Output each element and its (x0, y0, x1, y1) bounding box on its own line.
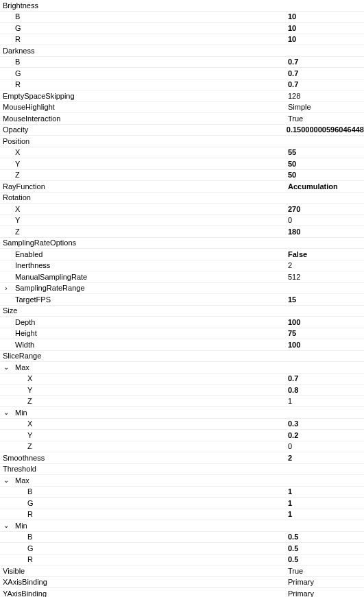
property-value[interactable]: 2 (288, 261, 364, 269)
property-row[interactable]: Smoothness2 (0, 452, 364, 464)
chevron-down-icon[interactable]: ⌄ (1, 476, 11, 484)
property-row[interactable]: Depth100 (0, 317, 364, 328)
property-row[interactable]: Size (0, 306, 364, 317)
property-row[interactable]: Y0.8 (0, 385, 364, 396)
chevron-down-icon[interactable]: ⌄ (1, 409, 11, 416)
property-label-cell: EmptySpaceSkipping (0, 92, 288, 100)
property-value[interactable]: 0.8 (288, 386, 364, 394)
property-value[interactable]: 10 (288, 24, 364, 32)
property-row[interactable]: Y0.2 (0, 430, 364, 441)
property-row[interactable]: Z180 (0, 226, 364, 238)
property-row[interactable]: Brightness (0, 0, 364, 12)
property-value[interactable]: Primary (288, 589, 364, 597)
property-value[interactable]: 100 (288, 318, 364, 326)
property-value[interactable]: 0.5 (288, 544, 364, 552)
property-value[interactable]: 50 (288, 160, 364, 168)
property-row[interactable]: ⌄Max (0, 475, 364, 487)
property-value[interactable]: Primary (288, 578, 364, 586)
property-row[interactable]: B1 (0, 487, 364, 498)
property-row[interactable]: R1 (0, 509, 364, 521)
property-row[interactable]: X55 (0, 147, 364, 159)
property-row[interactable]: Darkness (0, 45, 364, 57)
property-value[interactable]: 270 (288, 205, 364, 213)
property-value[interactable]: 0.15000000596046448 (287, 125, 364, 134)
property-value[interactable]: 1 (288, 510, 364, 518)
property-row[interactable]: G0.5 (0, 543, 364, 555)
property-row[interactable]: G1 (0, 498, 364, 509)
property-row[interactable]: Z0 (0, 441, 364, 453)
property-value[interactable]: 0.7 (288, 69, 364, 77)
property-value[interactable]: 55 (288, 148, 364, 156)
property-row[interactable]: B0.7 (0, 57, 364, 69)
property-value[interactable]: 10 (288, 35, 364, 43)
property-row[interactable]: EnabledFalse (0, 249, 364, 260)
property-value[interactable]: 0.5 (288, 533, 364, 541)
property-row[interactable]: ⌄Min (0, 407, 364, 419)
property-row[interactable]: R10 (0, 34, 364, 46)
property-value[interactable]: 0.3 (288, 419, 364, 428)
property-row[interactable]: G0.7 (0, 68, 364, 80)
property-row[interactable]: X270 (0, 204, 364, 215)
property-value[interactable]: 75 (288, 329, 364, 337)
property-value[interactable]: 1 (288, 487, 364, 496)
property-value[interactable]: 1 (288, 499, 364, 507)
property-row[interactable]: Y50 (0, 158, 364, 170)
property-value[interactable]: 512 (288, 273, 364, 281)
property-value[interactable]: 15 (288, 295, 364, 304)
property-row[interactable]: Rotation (0, 193, 364, 204)
property-row[interactable]: MouseHighlightSimple (0, 102, 364, 114)
property-value[interactable]: True (288, 114, 364, 123)
property-row[interactable]: MouseInteractionTrue (0, 113, 364, 125)
property-row[interactable]: X0.7 (0, 374, 364, 385)
property-row[interactable]: R0.7 (0, 80, 364, 91)
property-row[interactable]: ⌄Max (0, 362, 364, 374)
property-value[interactable]: 100 (288, 341, 364, 349)
property-value[interactable]: Accumulation (288, 182, 364, 191)
property-value[interactable]: 0.7 (288, 80, 364, 88)
property-value[interactable]: 128 (288, 92, 364, 100)
property-value[interactable]: 0.5 (288, 555, 364, 563)
property-row[interactable]: B0.5 (0, 532, 364, 544)
property-value[interactable]: False (288, 250, 364, 258)
property-value[interactable]: 50 (288, 171, 364, 179)
property-row[interactable]: Inerthness2 (0, 260, 364, 272)
property-row[interactable]: RayFunctionAccumulation (0, 181, 364, 193)
property-value[interactable]: Simple (288, 103, 364, 111)
property-value[interactable]: 180 (288, 228, 364, 236)
chevron-down-icon[interactable]: ⌄ (1, 522, 11, 529)
property-value[interactable]: 0 (288, 216, 364, 224)
property-row[interactable]: Z1 (0, 396, 364, 408)
property-row[interactable]: VisibleTrue (0, 565, 364, 577)
property-row[interactable]: B10 (0, 12, 364, 23)
property-value[interactable]: True (288, 567, 364, 575)
chevron-down-icon[interactable]: ⌄ (1, 363, 11, 371)
property-row[interactable]: YAxisBindingPrimary (0, 588, 364, 597)
property-value[interactable]: 0.7 (288, 58, 364, 66)
property-row[interactable]: XAxisBindingPrimary (0, 577, 364, 589)
property-row[interactable]: SliceRange (0, 351, 364, 363)
property-row[interactable]: Height75 (0, 328, 364, 340)
property-row[interactable]: TargetFPS15 (0, 294, 364, 306)
property-label: B (27, 533, 32, 541)
property-row[interactable]: EmptySpaceSkipping128 (0, 90, 364, 102)
property-row[interactable]: Width100 (0, 339, 364, 351)
property-value[interactable]: 0.7 (288, 374, 364, 382)
property-row[interactable]: Z50 (0, 170, 364, 182)
property-row[interactable]: SamplingRateOptions (0, 238, 364, 249)
property-row[interactable]: Opacity0.15000000596046448 (0, 125, 364, 136)
property-value[interactable]: 0.2 (288, 431, 364, 439)
property-row[interactable]: ›SamplingRateRange (0, 283, 364, 295)
property-row[interactable]: Y0 (0, 215, 364, 227)
property-value[interactable]: 10 (288, 12, 364, 21)
property-row[interactable]: R0.5 (0, 555, 364, 566)
chevron-right-icon[interactable]: › (1, 284, 11, 292)
property-value[interactable]: 2 (288, 454, 364, 462)
property-row[interactable]: X0.3 (0, 419, 364, 430)
property-row[interactable]: Position (0, 136, 364, 147)
property-row[interactable]: ManualSamplingRate512 (0, 271, 364, 283)
property-row[interactable]: Threshold (0, 464, 364, 476)
property-value[interactable]: 0 (288, 442, 364, 450)
property-row[interactable]: G10 (0, 23, 364, 34)
property-row[interactable]: ⌄Min (0, 520, 364, 532)
property-value[interactable]: 1 (288, 397, 364, 405)
